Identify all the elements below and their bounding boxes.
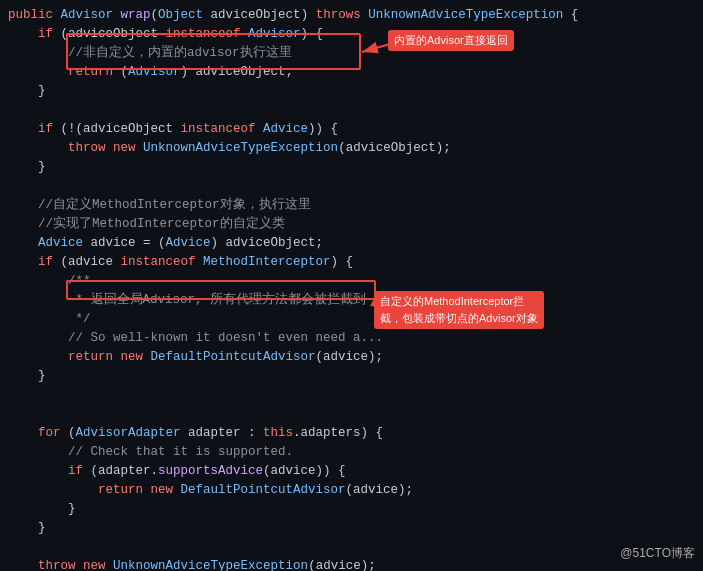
code-line-21 [8,386,695,405]
code-line-27: } [8,500,695,519]
code-line-6 [8,101,695,120]
watermark: @51CTO博客 [620,544,695,563]
code-line-23: for (AdvisorAdapter adapter : this.adapt… [8,424,695,443]
code-line-10 [8,177,695,196]
code-line-12: //实现了MethodInterceptor的自定义类 [8,215,695,234]
code-line-26: return new DefaultPointcutAdvisor(advice… [8,481,695,500]
code-line-16: * 返回全局Advisor, 所有代理方法都会被拦截到 [8,291,695,310]
annotation-bubble-2: 自定义的MethodInterceptor拦截，包装成带切点的Advisor对象 [374,291,544,329]
code-line-2: if (adviceObject instanceof Advisor) { [8,25,695,44]
code-line-25: if (adapter.supportsAdvice(advice)) { [8,462,695,481]
code-line-19: return new DefaultPointcutAdvisor(advice… [8,348,695,367]
code-line-28: } [8,519,695,538]
code-line-8: throw new UnknownAdviceTypeException(adv… [8,139,695,158]
code-line-13: Advice advice = (Advice) adviceObject; [8,234,695,253]
code-line-3: //非自定义，内置的advisor执行这里 [8,44,695,63]
code-line-15: /** [8,272,695,291]
code-line-30: throw new UnknownAdviceTypeException(adv… [8,557,695,571]
code-line-18: // So well-known it doesn't even need a.… [8,329,695,348]
code-line-4: return (Advisor) adviceObject; [8,63,695,82]
code-line-5: } [8,82,695,101]
code-line-24: // Check that it is supported. [8,443,695,462]
code-line-22 [8,405,695,424]
code-line-11: //自定义MethodInterceptor对象，执行这里 [8,196,695,215]
code-line-7: if (!(adviceObject instanceof Advice)) { [8,120,695,139]
code-line-9: } [8,158,695,177]
code-line-17: */ [8,310,695,329]
code-editor: public Advisor wrap(Object adviceObject)… [0,0,703,571]
code-line-14: if (advice instanceof MethodInterceptor)… [8,253,695,272]
annotation-bubble-1: 内置的Advisor直接返回 [388,30,514,51]
code-line-20: } [8,367,695,386]
code-line-1: public Advisor wrap(Object adviceObject)… [8,6,695,25]
code-line-29 [8,538,695,557]
